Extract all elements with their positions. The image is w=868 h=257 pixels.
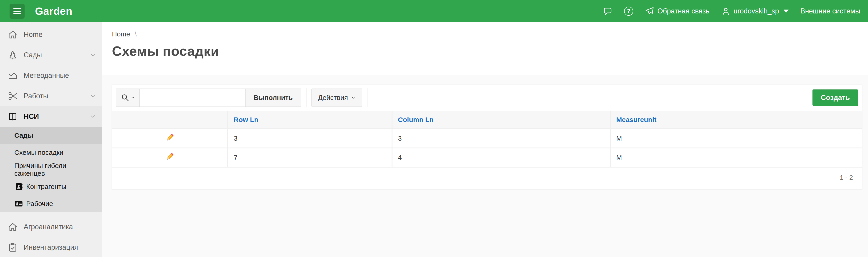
sort-link-row-ln[interactable]: Row Ln [234,116,258,123]
sort-link-measureunit[interactable]: Measureunit [616,116,656,123]
column-header-column-ln: Column Ln [393,111,611,129]
report-toolbar: Выполнить Действия Создать [112,84,862,111]
hamburger-menu-button[interactable] [9,4,25,19]
help-icon: ? [624,7,633,16]
sidebar-item-inventarizaciya[interactable]: Инвентаризация [0,237,102,257]
edit-column-header [112,111,228,129]
sidebar-item-home[interactable]: Home [0,24,102,45]
help-button[interactable]: ? [624,7,633,16]
breadcrumb: Home \ [112,30,868,38]
title-block: Home \ Схемы посадки [102,22,868,75]
chart-icon [8,70,18,81]
sidebar-item-sady[interactable]: Сады [0,45,102,65]
header-actions: ? Обратная связь urodovskih_sp Внешние с… [603,7,860,16]
main-content: Home \ Схемы посадки [102,22,868,257]
chevron-down-icon [351,95,355,100]
report-card: Выполнить Действия Создать [112,84,862,190]
chevron-down-icon [131,95,135,100]
external-systems-link[interactable]: Внешние системы [800,7,860,15]
book-icon [8,112,18,121]
report-table: Row Ln Column Ln Measureunit [112,111,862,168]
search-options-button[interactable] [116,89,140,107]
cell-column-ln: 4 [393,148,611,168]
user-menu[interactable]: urodovskih_sp [721,7,788,16]
feedback-link[interactable]: Обратная связь [645,7,709,16]
sidebar-item-nsi[interactable]: НСИ [0,106,102,127]
page-title: Схемы посадки [112,43,868,59]
search-group: Выполнить [116,89,301,107]
execute-button[interactable]: Выполнить [245,89,301,107]
submenu-item-rabochie[interactable]: Рабочие [0,195,102,212]
column-header-measureunit: Measureunit [611,111,862,129]
cell-row-ln: 3 [228,129,393,148]
person-icon [721,7,730,16]
contacts-icon [14,182,23,191]
scissors-icon [8,91,18,101]
chat-bubble-icon [603,7,612,16]
feedback-label: Обратная связь [657,7,709,15]
hamburger-icon [13,8,21,9]
submenu-item-shemy-posadki[interactable]: Схемы посадки [0,144,102,161]
paper-plane-icon [645,7,654,16]
table-row: 7 4 M [112,148,862,168]
breadcrumb-separator: \ [135,30,137,38]
cell-measureunit: M [611,148,862,168]
table-header-row: Row Ln Column Ln Measureunit [112,111,862,129]
sidebar-item-raboty[interactable]: Работы [0,86,102,106]
edit-cell [112,148,228,168]
sort-link-column-ln[interactable]: Column Ln [398,116,434,123]
chevron-down-icon [90,52,96,58]
edit-cell [112,129,228,148]
create-button[interactable]: Создать [812,89,858,106]
pencil-icon [165,152,175,162]
sidebar-navigation: Home Сады Метеоданные Работы НСИ [0,22,102,257]
sidebar-item-meteodata[interactable]: Метеоданные [0,65,102,86]
clipboard-check-icon [8,242,18,253]
table-row: 3 3 M [112,129,862,148]
edit-row-button[interactable] [165,152,175,162]
cell-row-ln: 7 [228,148,393,168]
chevron-down-icon [90,114,96,119]
edit-row-button[interactable] [165,133,175,143]
search-input[interactable] [140,89,246,107]
top-header-bar: Garden ? Обратная связь urodovskih_sp Вн… [0,0,868,22]
submenu-item-kontragenty[interactable]: Контрагенты [0,178,102,195]
sidebar-item-agroanalitika[interactable]: Агроаналитика [0,217,102,237]
cell-measureunit: M [611,129,862,148]
app-root: Garden ? Обратная связь urodovskih_sp Вн… [0,0,868,257]
home-icon [8,222,18,232]
submenu-item-prichiny-gibeli[interactable]: Причины гибели саженцев [0,161,102,178]
tree-icon [8,50,18,60]
app-title: Garden [35,5,72,17]
chevron-down-icon [90,93,96,99]
pencil-icon [165,133,175,143]
username-label: urodovskih_sp [734,7,779,15]
sidebar-bottom-group: Агроаналитика Инвентаризация [0,217,102,257]
pagination-label: 1 - 2 [112,168,862,189]
id-card-icon [14,199,23,208]
submenu-item-sady[interactable]: Сады [0,127,102,144]
search-icon [121,93,129,102]
column-header-row-ln: Row Ln [228,111,393,129]
caret-down-icon [783,9,788,13]
toolbar-separator [306,88,307,107]
content-region: Выполнить Действия Создать [102,75,868,257]
actions-menu-button[interactable]: Действия [311,89,362,107]
breadcrumb-home-link[interactable]: Home [112,30,130,38]
nsi-submenu: Сады Схемы посадки Причины гибели саженц… [0,127,102,212]
home-icon [8,30,18,39]
cell-column-ln: 3 [393,129,611,148]
chat-button[interactable] [603,7,612,16]
